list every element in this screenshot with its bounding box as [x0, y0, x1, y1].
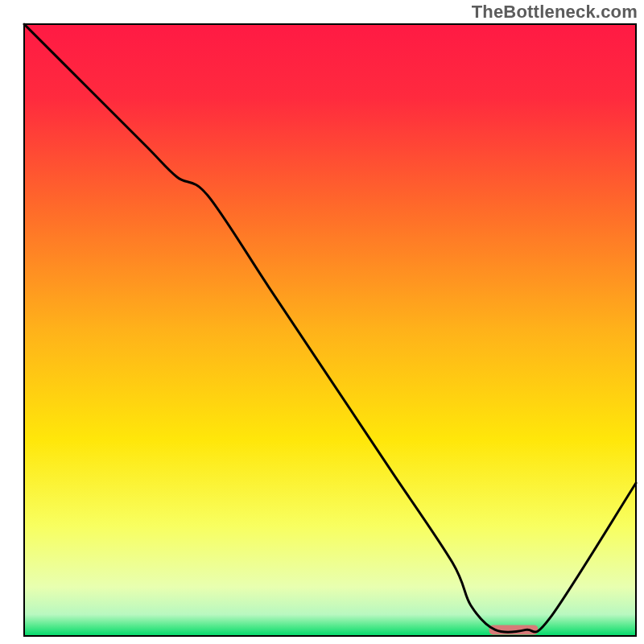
watermark-text: TheBottleneck.com: [472, 2, 638, 23]
chart-container: TheBottleneck.com: [0, 0, 644, 644]
bottleneck-chart: [0, 0, 644, 644]
